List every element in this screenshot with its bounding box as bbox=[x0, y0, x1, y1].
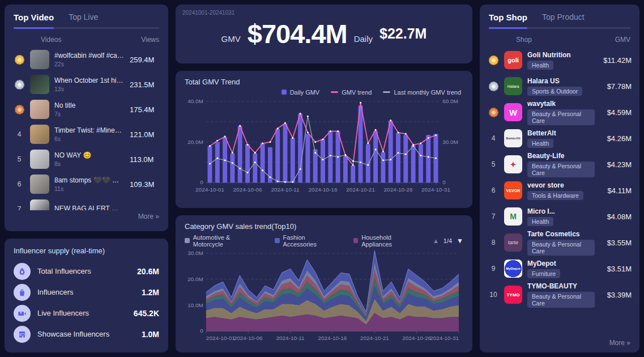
videos-column-header: Videos bbox=[41, 36, 61, 44]
shop-row[interactable]: 10TYMOTYMO-BEAUTYBeauty & Personal Care$… bbox=[488, 282, 632, 308]
svg-text:0: 0 bbox=[442, 179, 446, 185]
pager-up-icon[interactable]: ▲ bbox=[433, 237, 439, 244]
shop-logo: ✦ bbox=[504, 155, 522, 173]
shop-info: vevor storeTools & Hardware bbox=[527, 181, 595, 200]
svg-text:30.0M: 30.0M bbox=[187, 250, 203, 256]
shop-gmv-value: $4.23M bbox=[600, 160, 632, 169]
gmv-label: GMV bbox=[221, 34, 241, 44]
legend-square-marker bbox=[275, 238, 280, 243]
tab-top-product[interactable]: Top Product bbox=[542, 12, 585, 22]
video-row[interactable]: When October 1st hits 🎃 . ...13s231.5M bbox=[14, 72, 159, 97]
video-duration: 11s bbox=[54, 185, 125, 192]
more-label: More bbox=[138, 212, 153, 220]
shop-category-tag: Health bbox=[527, 217, 553, 226]
video-row[interactable]: 4Timber Twist: #Minecraft RT...6s121.0M bbox=[14, 122, 159, 147]
video-row[interactable]: #wolfcabin #wolf #canada22s259.4M bbox=[14, 47, 159, 72]
video-views: 113.0M bbox=[130, 155, 159, 164]
shop-gmv-value: $11.42M bbox=[600, 56, 632, 65]
legend-item[interactable]: Fashion Accessories bbox=[275, 234, 339, 248]
video-row[interactable]: No title7s175.4M bbox=[14, 97, 159, 122]
svg-text:2024-10-16: 2024-10-16 bbox=[309, 186, 338, 193]
shop-name: Micro I... bbox=[527, 207, 595, 215]
legend-square-marker bbox=[185, 238, 190, 243]
shop-name: MyDepot bbox=[527, 260, 595, 267]
video-list: #wolfcabin #wolf #canada22s259.4MWhen Oc… bbox=[14, 47, 159, 210]
svg-text:2024-10-21: 2024-10-21 bbox=[346, 186, 375, 193]
video-views: 231.5M bbox=[130, 80, 159, 89]
video-duration: 7s bbox=[54, 110, 125, 117]
category-gmv-chart: 010.0M20.0M30.0M2024-10-012024-10-062024… bbox=[185, 249, 463, 346]
video-info: No title7s bbox=[54, 101, 125, 117]
legend-pager: ▲ 1/4 ▼ bbox=[433, 237, 463, 245]
shop-row[interactable]: 8tarteTarte CosmeticsBeauty & Personal C… bbox=[488, 230, 632, 256]
video-tabs: Top Video Top Live bbox=[14, 5, 159, 29]
shop-category-tag: Beauty & Personal Care bbox=[527, 162, 595, 177]
influencer-stat-value: 20.6M bbox=[137, 267, 159, 276]
gmv-column-header: GMV bbox=[615, 36, 630, 44]
legend-item[interactable]: Last monthly GMV trend bbox=[383, 89, 461, 96]
tab-top-video[interactable]: Top Video bbox=[14, 12, 54, 22]
shop-list: goliGoli NutritionHealth$11.42MHalaraHal… bbox=[488, 47, 632, 308]
gold-medal-icon bbox=[489, 56, 498, 65]
svg-text:0: 0 bbox=[200, 328, 203, 334]
shop-name: vevor store bbox=[527, 181, 595, 189]
shop-row[interactable]: 5✦Beauty-LifeBeauty & Personal Care$4.23… bbox=[488, 151, 632, 177]
total-gmv-trend-legend: Daily GMVGMV trendLast monthly GMV trend bbox=[185, 89, 461, 96]
video-row[interactable]: 5NO WAY 😊8s113.0M bbox=[14, 147, 159, 172]
shop-row[interactable]: HalaraHalara USSports & Outdoor$7.78M bbox=[488, 73, 632, 99]
video-title: When October 1st hits 🎃 . ... bbox=[54, 76, 125, 84]
legend-item[interactable]: Household Appliances bbox=[353, 234, 421, 248]
legend-item[interactable]: Automotive & Motorcycle bbox=[185, 234, 260, 248]
video-rank bbox=[14, 105, 25, 114]
legend-item[interactable]: Daily GMV bbox=[282, 89, 320, 96]
shop-category-tag: Health bbox=[527, 61, 553, 70]
bronze-medal-icon bbox=[489, 108, 498, 117]
top-video-more-link[interactable]: More » bbox=[5, 210, 168, 226]
shop-row[interactable]: 4BetterAltBetterAltHealth$4.26M bbox=[488, 125, 632, 151]
shop-row[interactable]: 6VEVORvevor storeTools & Hardware$4.11M bbox=[488, 177, 632, 203]
video-rank bbox=[14, 80, 25, 90]
right-column: Top Shop Top Product Shop GMV goliGoli N… bbox=[480, 5, 639, 352]
svg-text:60.0M: 60.0M bbox=[442, 98, 458, 104]
shop-row[interactable]: 7MMicro I...Health$4.08M bbox=[488, 203, 632, 230]
shop-rank: 9 bbox=[488, 265, 499, 273]
shop-logo: TYMO bbox=[504, 286, 522, 304]
influencer-stat-row: Total Influencers20.6M bbox=[14, 261, 159, 282]
shop-gmv-value: $4.59M bbox=[600, 108, 632, 117]
svg-text:2024-10-01: 2024-10-01 bbox=[206, 335, 235, 341]
influencer-stat-label: Total Influencers bbox=[37, 267, 130, 275]
legend-item[interactable]: GMV trend bbox=[331, 89, 372, 96]
shop-row[interactable]: 9MyDepotMyDepotFurniture$3.51M bbox=[488, 256, 632, 282]
silver-medal-icon bbox=[489, 82, 498, 91]
pager-down-icon[interactable]: ▼ bbox=[457, 237, 463, 245]
video-views: 109.3M bbox=[130, 180, 159, 189]
legend-square-marker bbox=[282, 90, 287, 95]
influencer-stat-row: Showcase Influencers1.0M bbox=[14, 324, 159, 345]
shop-row[interactable]: goliGoli NutritionHealth$11.42M bbox=[488, 47, 632, 73]
shop-category-tag: Sports & Outdoor bbox=[527, 87, 582, 96]
svg-text:2024-10-31: 2024-10-31 bbox=[430, 335, 459, 341]
tab-top-live[interactable]: Top Live bbox=[69, 12, 98, 22]
shop-rank bbox=[488, 108, 499, 117]
video-rank bbox=[14, 55, 25, 65]
shop-info: TYMO-BEAUTYBeauty & Personal Care bbox=[527, 282, 595, 308]
shop-row[interactable]: WwavytalkBeauty & Personal Care$4.59M bbox=[488, 99, 632, 125]
video-row[interactable]: 68am stomps 🖤🖤 @Alexis T...11s109.3M bbox=[14, 172, 159, 197]
video-row[interactable]: 7NEW BAG ALERT @RIMOWA ... bbox=[14, 197, 159, 210]
video-duration: 6s bbox=[54, 135, 125, 142]
views-column-header: Views bbox=[141, 36, 159, 44]
shop-category-tag: Health bbox=[527, 139, 553, 148]
video-thumbnail bbox=[30, 100, 49, 119]
video-thumbnail bbox=[30, 125, 49, 144]
video-duration: 8s bbox=[54, 160, 125, 167]
top-shop-more-link[interactable]: More » bbox=[480, 337, 639, 352]
video-title: No title bbox=[54, 101, 125, 109]
top-video-panel: Top Video Top Live Videos Views #wolfcab… bbox=[5, 5, 168, 231]
shop-tabs: Top Shop Top Product bbox=[489, 5, 630, 29]
shop-rank bbox=[488, 56, 499, 65]
svg-text:0: 0 bbox=[200, 179, 203, 185]
legend-label: Last monthly GMV trend bbox=[394, 89, 461, 96]
tab-top-shop[interactable]: Top Shop bbox=[489, 12, 527, 22]
shop-name: BetterAlt bbox=[527, 129, 595, 137]
video-rank: 5 bbox=[14, 155, 25, 163]
